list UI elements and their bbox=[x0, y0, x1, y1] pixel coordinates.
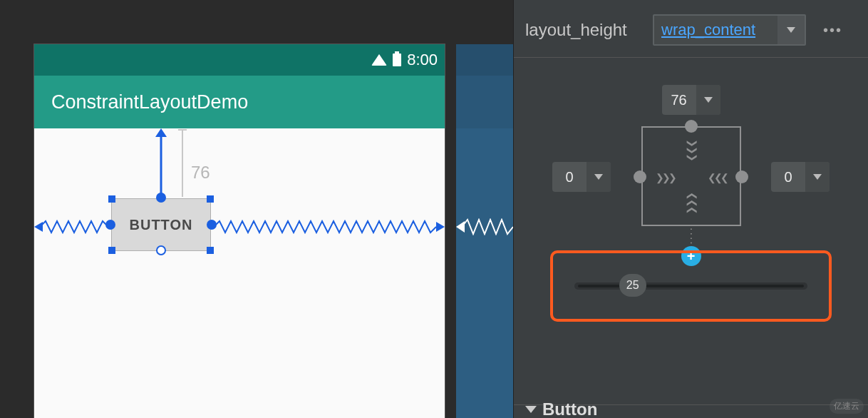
attributes-panel: layout_height wrap_content ••• 76 0 0 bbox=[513, 0, 868, 418]
svg-marker-4 bbox=[34, 222, 43, 232]
selected-button-widget[interactable]: BUTTON bbox=[111, 198, 211, 251]
chevron-down-icon bbox=[587, 162, 611, 192]
svg-marker-6 bbox=[456, 221, 465, 233]
wifi-icon bbox=[371, 54, 387, 66]
blueprint-status bbox=[456, 44, 513, 76]
bias-track: 25 bbox=[574, 282, 807, 290]
battery-icon bbox=[393, 53, 401, 66]
top-margin-value: 76 bbox=[662, 92, 696, 108]
more-options-icon[interactable]: ••• bbox=[823, 22, 842, 39]
app-bar: ConstraintLayoutDemo bbox=[34, 76, 445, 128]
bias-thumb[interactable]: 25 bbox=[619, 274, 646, 297]
constraint-anchor-top[interactable] bbox=[156, 193, 166, 203]
top-margin-guide bbox=[178, 128, 192, 198]
right-margin-value: 0 bbox=[771, 169, 805, 185]
svg-marker-1 bbox=[155, 128, 167, 137]
button-text: BUTTON bbox=[130, 217, 193, 233]
constraint-anchor-left[interactable] bbox=[105, 220, 115, 230]
app-title: ConstraintLayoutDemo bbox=[51, 91, 248, 113]
svg-marker-5 bbox=[436, 222, 445, 232]
constraint-editor[interactable]: 76 0 0 ❯❯❯ ❮❮❮ ❯❯❯ ❮❮❮ bbox=[525, 69, 857, 312]
top-margin-label: 76 bbox=[191, 163, 210, 183]
top-margin-input[interactable]: 76 bbox=[662, 85, 720, 115]
chevron-down-icon bbox=[805, 162, 830, 192]
resize-handle-tl[interactable] bbox=[108, 195, 115, 203]
chevron-down-icon bbox=[777, 16, 805, 44]
attr-label: layout_height bbox=[525, 20, 643, 40]
section-header-button[interactable]: Button bbox=[525, 399, 597, 418]
top-constraint-handle[interactable] bbox=[685, 120, 698, 133]
spring-indicator-right: ❮❮❮ bbox=[708, 172, 727, 183]
left-margin-value: 0 bbox=[552, 169, 587, 185]
watermark: 亿速云 bbox=[830, 399, 864, 414]
left-spring-constraint bbox=[34, 220, 111, 234]
attr-row-layout-height: layout_height wrap_content ••• bbox=[514, 9, 868, 51]
bottom-unset-indicator: ···· bbox=[685, 228, 698, 246]
blueprint-spring bbox=[456, 218, 513, 235]
blueprint-view[interactable] bbox=[456, 44, 513, 418]
separator bbox=[514, 57, 868, 58]
right-spring-constraint bbox=[211, 220, 445, 234]
layout-height-dropdown[interactable]: wrap_content bbox=[653, 14, 806, 46]
blueprint-appbar bbox=[456, 76, 513, 128]
right-margin-input[interactable]: 0 bbox=[771, 162, 830, 192]
constraint-anchor-right[interactable] bbox=[207, 220, 217, 230]
resize-handle-br[interactable] bbox=[207, 247, 214, 254]
expand-triangle-icon bbox=[525, 406, 537, 413]
left-constraint-handle[interactable] bbox=[634, 170, 646, 183]
device-status-bar: 8:00 bbox=[34, 44, 445, 76]
spring-indicator-top: ❯❯❯ bbox=[687, 139, 698, 160]
resize-handle-tr[interactable] bbox=[207, 195, 214, 203]
spring-indicator-left: ❯❯❯ bbox=[656, 172, 675, 183]
resize-handle-bl[interactable] bbox=[108, 247, 115, 254]
status-time: 8:00 bbox=[407, 51, 438, 69]
constraint-box: ❯❯❯ ❮❮❮ ❯❯❯ ❮❮❮ bbox=[641, 126, 741, 226]
bias-value: 25 bbox=[626, 279, 639, 292]
right-constraint-handle[interactable] bbox=[735, 170, 748, 183]
chevron-down-icon bbox=[696, 85, 720, 115]
section-title: Button bbox=[542, 399, 597, 418]
spring-indicator-bottom: ❮❮❮ bbox=[687, 192, 698, 213]
constraint-anchor-bottom[interactable] bbox=[156, 245, 166, 255]
design-canvas[interactable]: 76 BUTTON bbox=[34, 128, 445, 418]
layout-height-value: wrap_content bbox=[654, 21, 777, 39]
top-constraint-arrow bbox=[157, 128, 172, 200]
left-margin-input[interactable]: 0 bbox=[552, 162, 611, 192]
horizontal-bias-slider[interactable]: 25 bbox=[550, 250, 832, 322]
design-preview[interactable]: 8:00 ConstraintLayoutDemo 76 bbox=[34, 44, 445, 418]
